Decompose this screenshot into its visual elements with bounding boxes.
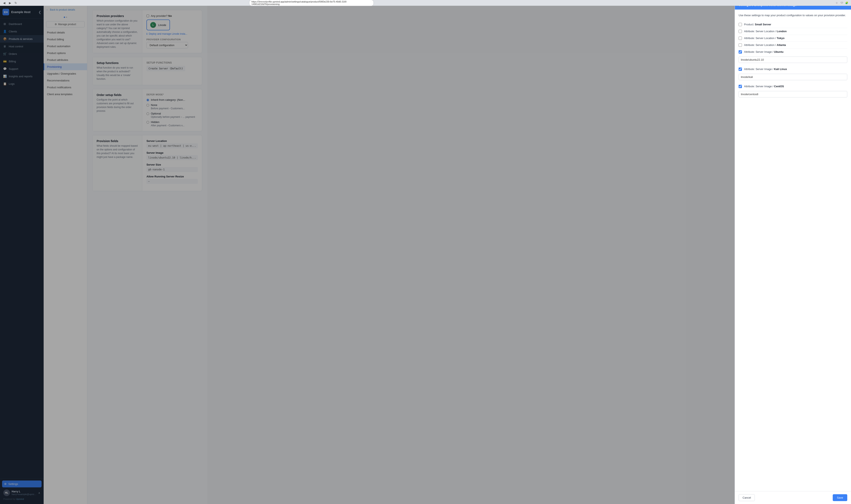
shield-icon[interactable]: 🛡: [840, 1, 844, 5]
back-button[interactable]: ◀: [2, 1, 6, 5]
bookmark-icon[interactable]: ☆: [835, 1, 839, 5]
refresh-button[interactable]: ↻: [14, 1, 18, 5]
url-bar[interactable]: https://3mrvxolyv4br.upmind.app/admin/se…: [249, 0, 374, 6]
browser-chrome: ◀ ▶ ↻ https://3mrvxolyv4br.upmind.app/ad…: [0, 0, 851, 6]
extensions-icon[interactable]: 🧩: [845, 1, 849, 5]
forward-button[interactable]: ▶: [8, 1, 12, 5]
modal-overlay[interactable]: Configure Blueprint field: Server Image …: [0, 6, 207, 504]
